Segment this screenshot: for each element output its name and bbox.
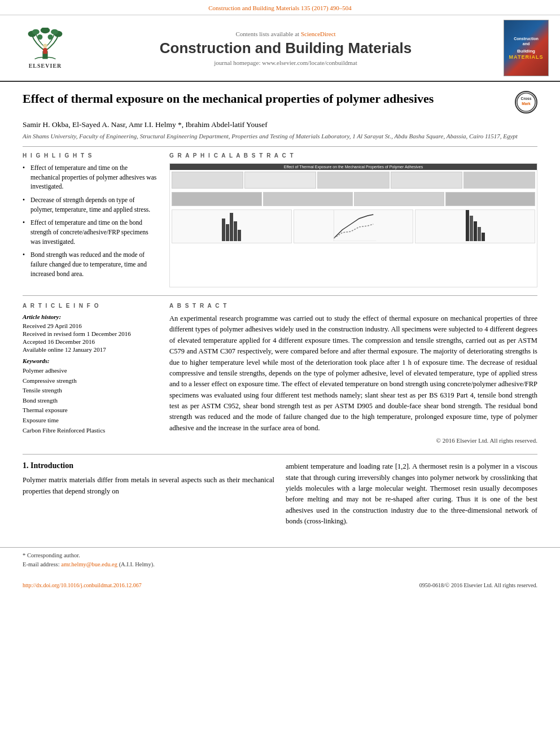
svg-text:Cross: Cross [521, 97, 532, 101]
bottom-bar: http://dx.doi.org/10.1016/j.conbuildmat.… [0, 578, 560, 592]
cover-text-construction: Construction [514, 36, 539, 41]
ga-cell-4 [391, 172, 462, 189]
sciencedirect-line: Contents lists available at ScienceDirec… [79, 30, 492, 37]
journal-title: Construction and Building Materials [79, 40, 492, 57]
ga-cell-6 [172, 192, 262, 206]
ga-cell-1 [172, 172, 243, 189]
keyword-3: Tensile strength [23, 386, 158, 396]
highlights-graphical-section: H I G H L I G H T S Effect of temperatur… [23, 152, 537, 287]
copyright-line: © 2016 Elsevier Ltd. All rights reserved… [169, 437, 537, 444]
highlight-item-4: Bond strength was reduced and the mode o… [23, 250, 158, 278]
intro-col1-text: Polymer matrix materials differ from met… [23, 475, 274, 497]
keyword-1: Polymer adhesive [23, 366, 158, 376]
ga-cell-7 [263, 192, 353, 206]
keyword-6: Exposure time [23, 416, 158, 426]
abstract-text: An experimental research programme was c… [169, 313, 537, 434]
authors-line: Samir H. Okba, El-Sayed A. Nasr, Amr I.I… [23, 120, 537, 129]
article-info-heading: A R T I C L E I N F O [23, 303, 158, 309]
ga-charts-row [170, 208, 537, 245]
intro-col-left: 1. Introduction Polymer matrix materials… [23, 461, 274, 527]
highlight-item-2: Decrease of strength depends on type of … [23, 195, 158, 214]
graphical-abstract-section: G R A P H I C A L A B S T R A C T Effect… [169, 152, 537, 287]
crossmark-icon: Cross Mark [515, 91, 537, 113]
revised-date: Received in revised form 1 December 2016 [23, 330, 158, 337]
journal-citation-link[interactable]: Construction and Building Materials 135 … [208, 5, 352, 11]
ga-cell-2 [244, 172, 316, 189]
elsevier-tree-icon [23, 28, 68, 62]
accepted-date: Accepted 16 December 2016 [23, 338, 158, 345]
article-title-section: Effect of thermal exposure on the mechan… [23, 91, 537, 113]
elsevier-logo: ELSEVIER [11, 28, 79, 69]
issn-section: 0950-0618/© 2016 Elsevier Ltd. All right… [419, 580, 537, 589]
journal-homepage: journal homepage: www.elsevier.com/locat… [79, 59, 492, 66]
keyword-5: Thermal exposure [23, 405, 158, 416]
main-content: Effect of thermal exposure on the mechan… [0, 82, 560, 538]
ga-cell-9 [445, 192, 536, 206]
ga-chart-3 [415, 209, 535, 243]
divider-2 [23, 295, 537, 296]
doi-link[interactable]: http://dx.doi.org/10.1016/j.conbuildmat.… [23, 582, 142, 588]
ga-grid-top [170, 170, 537, 190]
journal-header-center: Contents lists available at ScienceDirec… [79, 30, 492, 66]
received-date: Received 29 April 2016 [23, 322, 158, 329]
svg-point-6 [37, 34, 42, 40]
svg-text:Mark: Mark [522, 102, 531, 106]
ga-cell-8 [354, 192, 444, 206]
intro-col-right: ambient temperature and loading rate [1,… [286, 461, 537, 527]
email-link[interactable]: amr.helmy@bue.edu.eg [61, 561, 117, 567]
highlights-list: Effect of temperature and time on the me… [23, 163, 158, 278]
available-date: Available online 12 January 2017 [23, 346, 158, 353]
corresponding-author-note: * Corresponding author. [23, 551, 537, 560]
highlight-item-3: Effect of temperature and time on the bo… [23, 218, 158, 246]
ga-cell-5 [463, 172, 535, 189]
crossmark-badge[interactable]: Cross Mark [515, 91, 537, 113]
sciencedirect-link[interactable]: ScienceDirect [301, 30, 336, 37]
intro-col2-text: ambient temperature and loading rate [1,… [286, 461, 537, 527]
ga-chart-2 [294, 209, 414, 243]
highlights-section: H I G H L I G H T S Effect of temperatur… [23, 152, 158, 287]
cover-text-and: and [523, 41, 530, 46]
divider-1 [23, 146, 537, 147]
journal-cover-section: Construction and Building MATERIALS [492, 20, 549, 76]
keyword-2: Compressive strength [23, 376, 158, 386]
highlight-item-1: Effect of temperature and time on the me… [23, 163, 158, 191]
graphical-abstract-image: Effect of Thermal Exposure on the Mechan… [169, 163, 537, 287]
keyword-4: Bond strength [23, 396, 158, 406]
doi-section: http://dx.doi.org/10.1016/j.conbuildmat.… [23, 580, 142, 589]
ga-chart-1 [172, 209, 292, 243]
article-title: Effect of thermal exposure on the mechan… [23, 91, 509, 107]
svg-point-4 [51, 29, 58, 34]
keyword-7: Carbon Fibre Reinforced Plastics [23, 426, 158, 436]
article-history-label: Article history: [23, 313, 158, 320]
issn-text: 0950-0618/© 2016 Elsevier Ltd. All right… [419, 582, 537, 588]
svg-point-7 [48, 34, 53, 40]
keywords-list: Polymer adhesive Compressive strength Te… [23, 366, 158, 435]
abstract-heading: A B S T R A C T [169, 303, 537, 309]
abstract-section: A B S T R A C T An experimental research… [169, 303, 537, 444]
affiliation-text: Ain Shams University, Faculty of Enginee… [23, 133, 537, 139]
introduction-two-col: 1. Introduction Polymer matrix materials… [23, 461, 537, 527]
article-info-section: A R T I C L E I N F O Article history: R… [23, 303, 158, 444]
footnote-section: * Corresponding author. E-mail address: … [0, 547, 560, 573]
keywords-label: Keywords: [23, 357, 158, 364]
svg-point-8 [43, 43, 47, 47]
svg-point-5 [41, 28, 50, 33]
graphical-abstract-heading: G R A P H I C A L A B S T R A C T [169, 152, 537, 159]
journal-header: ELSEVIER Contents lists available at Sci… [0, 15, 560, 82]
article-info-abstract-section: A R T I C L E I N F O Article history: R… [23, 303, 537, 444]
highlights-heading: H I G H L I G H T S [23, 152, 158, 159]
email-note: E-mail address: amr.helmy@bue.edu.eg (A.… [23, 560, 537, 569]
svg-point-3 [32, 29, 40, 34]
cover-text-materials: MATERIALS [509, 54, 544, 60]
journal-citation-bar: Construction and Building Materials 135 … [0, 0, 560, 15]
elsevier-label: ELSEVIER [29, 63, 62, 69]
graphical-abstract-inner: Effect of Thermal Exposure on the Mechan… [170, 164, 537, 287]
ga-title-bar: Effect of Thermal Exposure on the Mechan… [170, 164, 537, 170]
journal-cover-image: Construction and Building MATERIALS [504, 20, 549, 76]
intro-title: 1. Introduction [23, 461, 274, 470]
elsevier-logo-section: ELSEVIER [11, 28, 79, 69]
introduction-section: 1. Introduction Polymer matrix materials… [23, 454, 537, 527]
cover-text-building: Building [517, 49, 535, 54]
ga-cell-3 [317, 172, 389, 189]
ga-grid-mid [170, 190, 537, 208]
